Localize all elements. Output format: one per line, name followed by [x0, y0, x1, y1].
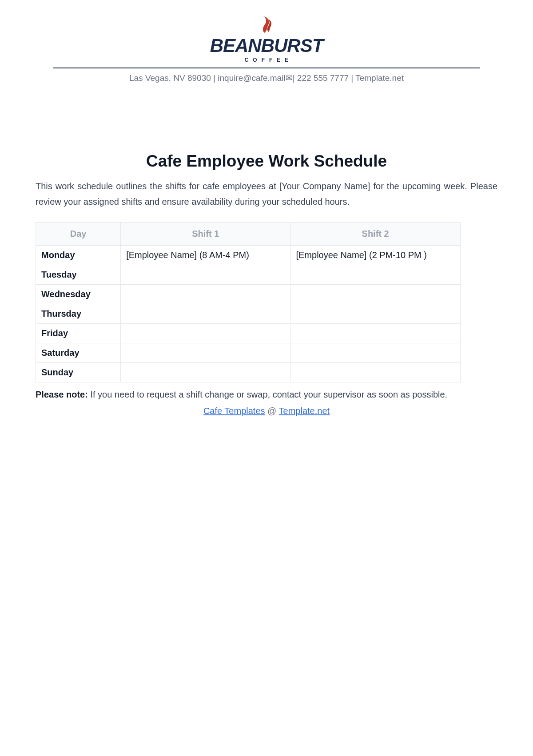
cell-shift1 — [121, 324, 290, 343]
cell-day: Tuesday — [36, 265, 121, 285]
col-header-shift1: Shift 1 — [121, 223, 290, 246]
note-label: Please note: — [36, 390, 88, 399]
cell-day: Thursday — [36, 304, 121, 324]
cell-shift2 — [290, 304, 460, 324]
cell-day: Saturday — [36, 343, 121, 363]
intro-paragraph: This work schedule outlines the shifts f… — [36, 179, 497, 210]
table-row: Saturday — [36, 343, 461, 363]
cell-day: Wednesday — [36, 285, 121, 304]
table-row: Monday [Employee Name] (8 AM-4 PM) [Empl… — [36, 246, 461, 265]
cell-shift1 — [121, 285, 290, 304]
cell-shift2 — [290, 363, 460, 382]
cell-shift2 — [290, 265, 460, 285]
cell-day: Monday — [36, 246, 121, 265]
table-row: Sunday — [36, 363, 461, 382]
logo-wordmark: BEANBURST — [53, 36, 480, 55]
table-row: Wednesday — [36, 285, 461, 304]
schedule-table: Day Shift 1 Shift 2 Monday [Employee Nam… — [36, 222, 461, 382]
cell-shift1 — [121, 343, 290, 363]
header-band: BEANBURST COFFEE — [53, 13, 480, 68]
cell-day: Friday — [36, 324, 121, 343]
page-title: Cafe Employee Work Schedule — [36, 152, 497, 171]
col-header-shift2: Shift 2 — [290, 223, 460, 246]
note-text: If you need to request a shift change or… — [88, 390, 447, 399]
cell-shift1 — [121, 304, 290, 324]
steam-icon — [259, 16, 274, 36]
table-row: Thursday — [36, 304, 461, 324]
link-cafe-templates[interactable]: Cafe Templates — [203, 406, 265, 416]
brand-logo: BEANBURST COFFEE — [53, 13, 480, 68]
cell-shift1 — [121, 363, 290, 382]
cell-shift2: [Employee Name] (2 PM-10 PM ) — [290, 246, 460, 265]
note-paragraph: Please note: If you need to request a sh… — [36, 387, 497, 402]
contact-line: Las Vegas, NV 89030 | inquire@cafe.mail✉… — [53, 68, 480, 83]
document-page: BEANBURST COFFEE Las Vegas, NV 89030 | i… — [0, 0, 533, 443]
footer-separator: @ — [265, 406, 279, 416]
table-header-row: Day Shift 1 Shift 2 — [36, 223, 461, 246]
table-row: Friday — [36, 324, 461, 343]
cell-shift1 — [121, 265, 290, 285]
link-template-net[interactable]: Template.net — [279, 406, 330, 416]
col-header-day: Day — [36, 223, 121, 246]
cell-shift2 — [290, 324, 460, 343]
table-row: Tuesday — [36, 265, 461, 285]
cell-shift2 — [290, 285, 460, 304]
footer-links: Cafe Templates @ Template.net — [36, 406, 497, 416]
logo-subtext: COFFEE — [53, 57, 480, 63]
cell-day: Sunday — [36, 363, 121, 382]
cell-shift2 — [290, 343, 460, 363]
cell-shift1: [Employee Name] (8 AM-4 PM) — [121, 246, 290, 265]
